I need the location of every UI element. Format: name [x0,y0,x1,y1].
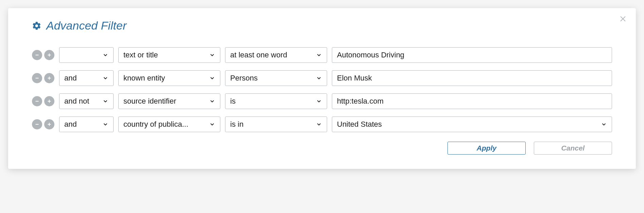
remove-row-button[interactable] [32,119,42,129]
chevron-down-icon [102,52,108,58]
value-input[interactable] [337,97,607,106]
svg-rect-3 [35,78,38,78]
close-icon [619,14,627,22]
plus-icon [47,99,52,104]
svg-rect-11 [49,123,50,126]
gear-icon [32,21,41,31]
condition-select[interactable]: is in [225,117,327,132]
field-select-label: source identifier [123,97,206,106]
chevron-down-icon [316,98,322,104]
apply-button[interactable]: Apply [447,142,526,155]
value-input-wrap [332,47,612,63]
filter-row: andknown entityPersons [32,70,612,86]
row-buttons [32,50,54,60]
operator-select-label: and [64,120,100,129]
plus-icon [47,75,52,81]
filter-rows: text or titleat least one wordandknown e… [32,47,612,132]
operator-select[interactable]: and not [59,93,114,109]
value-select-label: United States [337,120,598,129]
svg-rect-0 [35,55,38,55]
row-buttons [32,96,54,106]
value-input[interactable] [337,74,607,83]
chevron-down-icon [102,98,108,104]
field-select[interactable]: known entity [118,70,220,86]
remove-row-button[interactable] [32,50,42,60]
svg-rect-5 [49,76,50,79]
field-select-label: text or title [123,51,206,59]
operator-select[interactable]: and [59,117,114,132]
condition-select-label: at least one word [230,51,313,59]
chevron-down-icon [209,75,215,81]
value-input-wrap [332,70,612,86]
svg-rect-2 [49,53,50,56]
row-buttons [32,73,54,83]
filter-row: text or titleat least one word [32,47,612,63]
operator-select-label: and [64,74,100,83]
add-row-button[interactable] [44,50,54,60]
chevron-down-icon [601,121,607,127]
chevron-down-icon [316,121,322,127]
minus-icon [34,75,40,81]
chevron-down-icon [102,121,108,127]
condition-select[interactable]: is [225,93,327,109]
field-select-label: country of publica... [123,120,206,129]
chevron-down-icon [316,52,322,58]
minus-icon [34,99,40,104]
remove-row-button[interactable] [32,73,42,83]
svg-rect-8 [49,100,50,103]
dialog-title: Advanced Filter [46,19,126,32]
minus-icon [34,122,40,127]
value-input[interactable] [337,51,607,59]
condition-select-label: Persons [230,74,313,83]
chevron-down-icon [209,121,215,127]
advanced-filter-dialog: Advanced Filter text or titleat least on… [8,8,636,169]
filter-row: and notsource identifieris [32,93,612,109]
operator-select[interactable]: and [59,70,114,86]
close-button[interactable] [619,14,627,24]
row-buttons [32,119,54,129]
plus-icon [47,52,52,58]
field-select-label: known entity [123,74,206,83]
cancel-button[interactable]: Cancel [534,142,612,155]
value-select[interactable]: United States [332,117,612,132]
field-select[interactable]: source identifier [118,93,220,109]
value-input-wrap [332,93,612,109]
chevron-down-icon [102,75,108,81]
dialog-header: Advanced Filter [32,19,612,32]
condition-select[interactable]: Persons [225,70,327,86]
condition-select-label: is in [230,120,313,129]
filter-row: andcountry of publica...is inUnited Stat… [32,117,612,132]
minus-icon [34,52,40,58]
chevron-down-icon [209,52,215,58]
operator-select[interactable] [59,47,114,63]
chevron-down-icon [316,75,322,81]
svg-rect-6 [35,101,38,102]
add-row-button[interactable] [44,73,54,83]
field-select[interactable]: text or title [118,47,220,63]
plus-icon [47,122,52,127]
dialog-actions: Apply Cancel [32,142,612,155]
chevron-down-icon [209,98,215,104]
operator-select-label: and not [64,97,100,106]
svg-rect-9 [35,124,38,125]
condition-select-label: is [230,97,313,106]
condition-select[interactable]: at least one word [225,47,327,63]
add-row-button[interactable] [44,119,54,129]
add-row-button[interactable] [44,96,54,106]
remove-row-button[interactable] [32,96,42,106]
field-select[interactable]: country of publica... [118,117,220,132]
